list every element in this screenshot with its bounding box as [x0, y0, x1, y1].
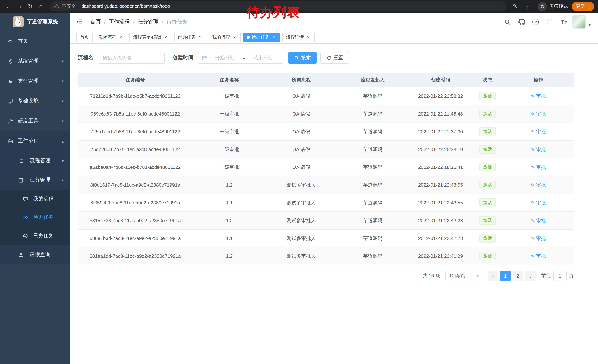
- font-size-button[interactable]: TT: [558, 16, 569, 27]
- breadcrumb-home[interactable]: 首页: [91, 18, 101, 25]
- approve-link[interactable]: ✎审批: [531, 128, 546, 135]
- cell-task-id: 069c6a63-7b8a-11ec-8ef0-acde48001122: [78, 111, 193, 117]
- breadcrumb-workflow[interactable]: 工作流程: [109, 18, 130, 25]
- app-logo[interactable]: 芋道管理系统: [0, 13, 70, 31]
- next-page-button[interactable]: ›: [525, 271, 536, 281]
- sidebar-item-devtools[interactable]: 研发工具 ▾: [0, 111, 70, 131]
- approve-link[interactable]: ✎审批: [531, 111, 546, 117]
- status-badge: 激活: [479, 198, 496, 207]
- sidebar-item-system[interactable]: 系统管理 ▾: [0, 51, 70, 71]
- tab-form-edit[interactable]: 流程表单-编辑 ×: [129, 32, 172, 42]
- sidebar-item-home[interactable]: 首页: [0, 31, 70, 51]
- chevron-down-icon: ▾: [62, 59, 64, 64]
- edit-icon: ✎: [531, 147, 535, 152]
- tab-todo-tasks[interactable]: 待办任务 ×: [243, 32, 280, 42]
- tab-my-process[interactable]: 我的流程 ×: [208, 32, 241, 42]
- password-key-button[interactable]: [510, 1, 520, 11]
- approve-link[interactable]: ✎审批: [531, 217, 546, 224]
- update-button[interactable]: 更新 ⋮: [572, 2, 594, 11]
- cell-initiator: 芋道源码: [336, 217, 409, 224]
- app-title: 芋道管理系统: [27, 18, 58, 25]
- close-icon[interactable]: ×: [198, 35, 203, 40]
- person-icon: [18, 252, 24, 258]
- page-button-2[interactable]: 2: [513, 271, 523, 281]
- process-name-input[interactable]: [98, 52, 165, 64]
- page-button-1[interactable]: 1: [500, 271, 511, 281]
- address-bar[interactable]: 不安全 dashboard.yudao.iocoder.cn/bpm/task/…: [50, 1, 507, 11]
- dashboard-icon: [8, 38, 13, 44]
- approve-link[interactable]: ✎审批: [531, 253, 546, 259]
- column-status: 状态: [472, 77, 503, 83]
- cell-task-name: 1.1: [193, 235, 266, 241]
- close-icon[interactable]: ×: [306, 35, 311, 40]
- sidebar-item-todo-tasks[interactable]: 待办任务: [0, 208, 70, 226]
- close-icon[interactable]: ×: [271, 35, 276, 40]
- sidebar-item-label: 工作流程: [18, 138, 59, 145]
- approve-link[interactable]: ✎审批: [531, 164, 546, 170]
- close-icon[interactable]: ×: [118, 35, 123, 40]
- table-row: 069c6a63-7b8a-11ec-8ef0-acde48001122 一级审…: [78, 105, 573, 123]
- cell-create-time: 2022-01-22 20:33:10: [409, 147, 472, 152]
- date-range-picker[interactable]: 开始日期 - 结束日期: [198, 52, 283, 64]
- approve-link[interactable]: ✎审批: [531, 182, 546, 188]
- collapse-sidebar-button[interactable]: [70, 13, 89, 31]
- sidebar-item-process-mgmt[interactable]: 流程管理 ▾: [0, 151, 70, 170]
- sidebar-item-infra[interactable]: 基础设施 ▾: [0, 91, 70, 111]
- fullscreen-button[interactable]: [544, 16, 555, 27]
- cell-task-name: 一级审批: [193, 146, 266, 153]
- reset-button-label: 重置: [333, 54, 343, 61]
- close-icon[interactable]: ×: [232, 35, 237, 40]
- bookmark-star-button[interactable]: ☆: [524, 1, 534, 11]
- sidebar-item-leave-query[interactable]: 请假查询: [0, 245, 70, 264]
- close-icon[interactable]: ×: [163, 35, 168, 40]
- app-header: 首页 / 工作流程 / 任务管理 / 待办任务 ?: [70, 13, 598, 31]
- sidebar-item-label: 系统管理: [18, 58, 59, 65]
- page-size-select[interactable]: 10条/页 ▾: [445, 271, 482, 281]
- user-avatar[interactable]: [573, 15, 586, 29]
- sidebar-item-label: 任务管理: [30, 177, 59, 183]
- breadcrumb-task-mgmt[interactable]: 任务管理: [138, 18, 158, 25]
- cell-create-time: 2022-01-22 21:48:48: [409, 111, 472, 117]
- tab-start-process[interactable]: 发起流程 ×: [95, 32, 127, 42]
- search-button[interactable]: 搜索: [288, 52, 317, 64]
- github-button[interactable]: [516, 16, 527, 27]
- sidebar-item-label: 流程管理: [30, 157, 59, 164]
- cell-initiator: 芋道源码: [336, 253, 409, 259]
- cell-task-name: 1.2: [193, 253, 266, 259]
- sidebar-item-payment[interactable]: ¥ 支付管理 ▾: [0, 71, 70, 91]
- sidebar-item-my-process[interactable]: 我的流程: [0, 190, 70, 208]
- approve-link[interactable]: ✎审批: [531, 146, 546, 153]
- header-search-button[interactable]: [502, 16, 513, 27]
- approve-link[interactable]: ✎审批: [531, 199, 546, 206]
- cell-create-time: 2022-01-22 18:25:41: [409, 164, 472, 170]
- goto-page-input[interactable]: [553, 271, 566, 281]
- tab-done-tasks[interactable]: 已办任务 ×: [174, 32, 206, 42]
- incognito-label: 无痕模式: [549, 3, 568, 9]
- cell-process: 测试多审批人: [266, 235, 336, 242]
- filter-form: 流程名 创建时间 开始日期 - 结束日期: [78, 52, 573, 64]
- help-button[interactable]: ?: [530, 16, 541, 27]
- task-group: 我的流程 待办任务 已办任务: [0, 190, 70, 245]
- home-icon: ⌂: [39, 3, 43, 10]
- sidebar-item-label: 基础设施: [18, 98, 59, 105]
- prev-page-button[interactable]: ‹: [488, 271, 498, 281]
- approve-link[interactable]: ✎审批: [531, 93, 546, 99]
- edit-icon: ✎: [531, 201, 535, 205]
- back-button[interactable]: ←: [4, 1, 14, 11]
- sidebar-item-done-tasks[interactable]: 已办任务: [0, 226, 70, 245]
- tab-process-detail[interactable]: 流程详情 ×: [282, 32, 315, 42]
- status-badge: 激活: [479, 252, 496, 260]
- sidebar-item-workflow[interactable]: 工作流程 ▴: [0, 131, 70, 151]
- font-size-icon: TT: [561, 19, 567, 25]
- reload-button[interactable]: ↻: [25, 1, 35, 11]
- tab-home[interactable]: 首页: [76, 32, 93, 42]
- sidebar-item-task-mgmt[interactable]: 任务管理 ▴: [0, 170, 70, 190]
- reset-button[interactable]: 重置: [321, 52, 349, 64]
- cell-initiator: 芋道源码: [336, 111, 409, 117]
- forward-button[interactable]: →: [15, 1, 25, 11]
- cell-task-id: a6aba0a4-7b6d-11ec-b781-acde48001122: [78, 164, 193, 170]
- chevron-down-icon: ▾: [62, 158, 64, 163]
- approve-link[interactable]: ✎审批: [531, 235, 546, 242]
- security-label: 不安全: [62, 3, 76, 9]
- home-button[interactable]: ⌂: [36, 1, 46, 11]
